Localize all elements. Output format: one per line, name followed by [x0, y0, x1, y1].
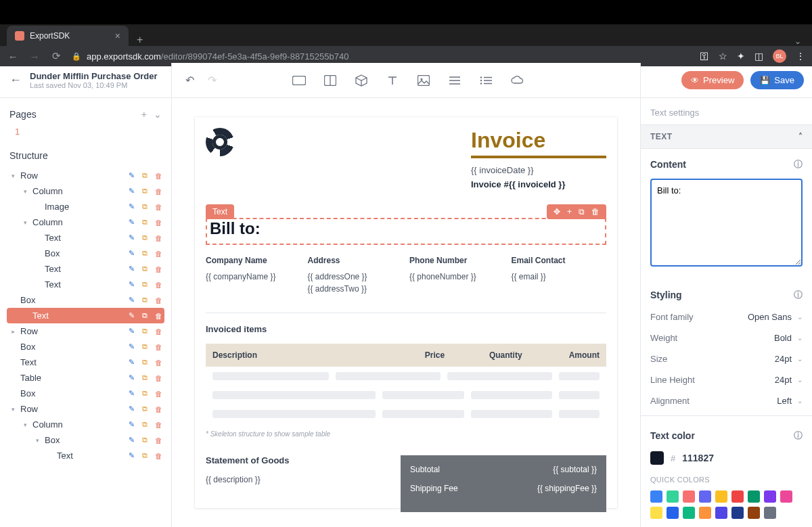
- preview-button[interactable]: 👁Preview: [681, 71, 744, 89]
- color-swatch[interactable]: [683, 490, 695, 503]
- tree-toggle-icon[interactable]: ▾: [34, 437, 41, 444]
- selected-element[interactable]: Text ✥ + ⧉ 🗑 Bill to:: [206, 218, 606, 245]
- key-icon[interactable]: ⚿: [700, 51, 709, 62]
- delete-icon[interactable]: 🗑: [154, 311, 163, 321]
- tree-toggle-icon[interactable]: ▾: [22, 219, 28, 226]
- line-height-select[interactable]: 24pt⌄: [775, 375, 803, 385]
- color-swatch[interactable]: [748, 507, 760, 519]
- copy-icon[interactable]: ⧉: [140, 436, 150, 445]
- copy-icon[interactable]: ⧉: [140, 420, 150, 430]
- copy-icon[interactable]: ⧉: [140, 342, 150, 352]
- delete-icon[interactable]: 🗑: [154, 202, 163, 212]
- tree-node-column[interactable]: ▾Column✎⧉🗑: [7, 417, 164, 432]
- copy-icon[interactable]: ⧉: [140, 296, 150, 305]
- info-icon[interactable]: ⓘ: [794, 158, 803, 170]
- tool-cloud-icon[interactable]: [510, 74, 524, 87]
- canvas[interactable]: Invoice {{ invoiceDate }} Invoice #{{ in…: [172, 98, 640, 527]
- edit-icon[interactable]: ✎: [127, 171, 136, 181]
- delete-icon[interactable]: 🗑: [154, 342, 163, 352]
- edit-icon[interactable]: ✎: [127, 202, 136, 212]
- tool-cube-icon[interactable]: [355, 74, 368, 87]
- font-family-select[interactable]: Open Sans⌄: [748, 312, 803, 322]
- edit-icon[interactable]: ✎: [127, 218, 136, 227]
- tree-toggle-icon[interactable]: ▾: [9, 173, 16, 179]
- edit-icon[interactable]: ✎: [127, 342, 136, 352]
- section-text[interactable]: TEXT ˄: [641, 124, 812, 149]
- tree-node-text[interactable]: Text✎⧉🗑: [7, 277, 164, 292]
- delete-icon[interactable]: 🗑: [154, 436, 163, 445]
- edit-icon[interactable]: ✎: [127, 265, 136, 274]
- copy-icon[interactable]: ⧉: [140, 451, 150, 461]
- tree-node-text[interactable]: Text✎⧉🗑: [7, 354, 164, 370]
- undo-icon[interactable]: ↶: [185, 74, 194, 87]
- panel-icon[interactable]: ◫: [754, 51, 763, 62]
- copy-icon[interactable]: ⧉: [140, 405, 150, 414]
- selection-add-icon[interactable]: +: [567, 207, 572, 216]
- color-swatch[interactable]: [699, 490, 711, 503]
- tree-node-table[interactable]: Table✎⧉🗑: [7, 370, 164, 386]
- edit-icon[interactable]: ✎: [127, 358, 136, 367]
- tree-node-text[interactable]: Text✎⧉🗑: [7, 230, 164, 246]
- profile-avatar[interactable]: BL: [773, 49, 786, 63]
- star-icon[interactable]: ☆: [719, 51, 727, 62]
- page-item[interactable]: 1: [15, 127, 156, 137]
- delete-icon[interactable]: 🗑: [154, 171, 163, 181]
- delete-icon[interactable]: 🗑: [154, 187, 163, 196]
- copy-icon[interactable]: ⧉: [140, 233, 150, 243]
- color-swatch[interactable]: [731, 507, 744, 519]
- nav-back-icon[interactable]: ←: [7, 51, 19, 62]
- color-swatch[interactable]: [683, 507, 695, 519]
- color-swatch[interactable]: [667, 507, 679, 519]
- copy-icon[interactable]: ⧉: [140, 280, 150, 290]
- copy-icon[interactable]: ⧉: [140, 389, 150, 398]
- chrome-menu-icon[interactable]: ⋮: [796, 51, 805, 62]
- tree-node-text[interactable]: Text✎⧉🗑: [7, 261, 164, 277]
- edit-icon[interactable]: ✎: [127, 187, 136, 196]
- color-swatch[interactable]: [764, 507, 776, 519]
- tree-node-box[interactable]: Box✎⧉🗑: [7, 292, 164, 308]
- tree-node-column[interactable]: ▾Column✎⧉🗑: [7, 183, 164, 199]
- tree-node-text[interactable]: Text✎⧉🗑: [7, 308, 164, 323]
- back-arrow-icon[interactable]: ←: [9, 73, 22, 87]
- copy-icon[interactable]: ⧉: [140, 327, 150, 336]
- tree-toggle-icon[interactable]: ▾: [9, 328, 16, 335]
- alignment-select[interactable]: Left⌄: [777, 396, 803, 406]
- edit-icon[interactable]: ✎: [127, 296, 136, 305]
- delete-icon[interactable]: 🗑: [154, 389, 163, 398]
- color-swatch[interactable]: [731, 490, 744, 503]
- size-select[interactable]: 24pt⌄: [775, 354, 803, 364]
- save-button[interactable]: 💾Save: [750, 71, 804, 89]
- copy-icon[interactable]: ⧉: [140, 171, 150, 181]
- copy-icon[interactable]: ⧉: [140, 265, 150, 274]
- edit-icon[interactable]: ✎: [127, 373, 136, 383]
- redo-icon[interactable]: ↷: [208, 74, 217, 87]
- delete-icon[interactable]: 🗑: [154, 218, 163, 227]
- tree-node-box[interactable]: ▾Box✎⧉🗑: [7, 432, 164, 448]
- color-swatch[interactable]: [780, 490, 792, 503]
- tool-list-icon[interactable]: [479, 74, 493, 87]
- delete-icon[interactable]: 🗑: [154, 420, 163, 430]
- edit-icon[interactable]: ✎: [127, 420, 136, 430]
- delete-icon[interactable]: 🗑: [154, 265, 163, 274]
- copy-icon[interactable]: ⧉: [140, 249, 150, 258]
- tree-node-box[interactable]: Box✎⧉🗑: [7, 246, 164, 261]
- edit-icon[interactable]: ✎: [127, 280, 136, 290]
- info-icon[interactable]: ⓘ: [794, 289, 803, 301]
- copy-icon[interactable]: ⧉: [140, 311, 150, 321]
- weight-select[interactable]: Bold⌄: [774, 333, 803, 343]
- tree-node-row[interactable]: ▾Row✎⧉🗑: [7, 401, 164, 417]
- page-canvas[interactable]: Invoice {{ invoiceDate }} Invoice #{{ in…: [195, 117, 617, 508]
- tool-text-icon[interactable]: [386, 74, 399, 87]
- delete-icon[interactable]: 🗑: [154, 296, 163, 305]
- tabs-overflow-icon[interactable]: ⌄: [794, 37, 805, 46]
- nav-reload-icon[interactable]: ⟳: [50, 50, 62, 62]
- selection-delete-icon[interactable]: 🗑: [591, 207, 600, 216]
- copy-icon[interactable]: ⧉: [140, 358, 150, 367]
- edit-icon[interactable]: ✎: [127, 405, 136, 414]
- delete-icon[interactable]: 🗑: [154, 249, 163, 258]
- tree-node-box[interactable]: Box✎⧉🗑: [7, 339, 164, 354]
- edit-icon[interactable]: ✎: [127, 451, 136, 461]
- browser-tab[interactable]: ExportSDK ×: [7, 26, 129, 46]
- tree-node-row[interactable]: ▾Row✎⧉🗑: [7, 323, 164, 339]
- tool-rectangle-icon[interactable]: [292, 74, 306, 87]
